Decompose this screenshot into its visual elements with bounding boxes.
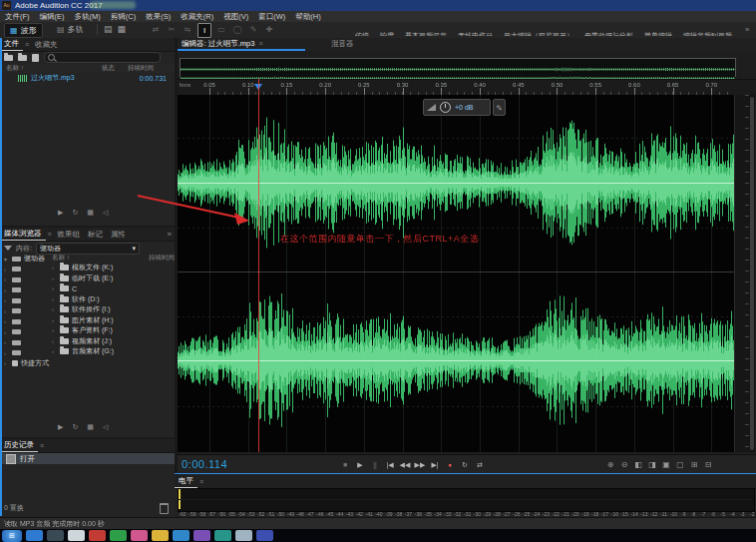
waveform-mode-button[interactable]: ▦ 波形 (4, 23, 43, 38)
volume-hud[interactable]: +0 dB (423, 99, 491, 116)
rewind-button[interactable]: ◀◀ (399, 458, 411, 471)
chevron-collapsed-icon[interactable]: › (4, 339, 9, 345)
tab-files[interactable]: 文件 (0, 38, 23, 51)
media-item-row[interactable]: › 客户资料 (F:) (52, 325, 175, 336)
column-name[interactable]: 名称 ↑ (52, 254, 70, 263)
workspace-tab[interactable]: 母带处理与分析 (584, 30, 633, 36)
start-button[interactable]: ⊞ (2, 530, 22, 542)
tree-drive-row[interactable]: › (4, 348, 50, 359)
workspace-tab[interactable]: 简单编辑 (644, 30, 672, 36)
chevron-collapsed-icon[interactable]: › (52, 317, 57, 323)
chevron-collapsed-icon[interactable]: › (4, 350, 9, 356)
move-tool-icon[interactable]: ⇄ (150, 23, 162, 36)
marquee-selection-tool-icon[interactable]: ▭ (215, 23, 227, 36)
tree-drive-row[interactable]: › (4, 265, 50, 275)
waveform-editor-canvas[interactable] (178, 95, 734, 452)
media-item-row[interactable]: › 临时下载 (E:) (52, 273, 175, 284)
media-item-row[interactable]: › C (52, 283, 175, 294)
menu-item[interactable]: 效果(S) (141, 11, 176, 22)
media-item-row[interactable]: › 软件操作 (I:) (52, 304, 175, 315)
menu-item[interactable]: 文件(F) (0, 11, 35, 22)
column-duration[interactable]: 持续时间 (128, 64, 154, 73)
title-bar[interactable]: Au Adobe Audition CC 2017 (0, 0, 756, 11)
pause-button[interactable]: || (369, 458, 381, 471)
time-display[interactable]: 0:00.114 (182, 458, 227, 470)
time-selection-tool-icon[interactable]: I (197, 23, 211, 38)
media-item-row[interactable]: › 图片素材 (H:) (52, 315, 175, 326)
new-file-icon[interactable] (32, 54, 39, 62)
lasso-selection-tool-icon[interactable]: ◯ (231, 23, 243, 36)
menu-item[interactable]: 多轨(M) (70, 11, 106, 22)
preview-volume-icon[interactable]: ◁ (103, 209, 108, 217)
chevron-collapsed-icon[interactable]: › (4, 276, 9, 282)
chevron-collapsed-icon[interactable]: › (52, 306, 57, 312)
tree-root-row[interactable]: ▾ 驱动器 (4, 254, 50, 265)
auto-play-icon[interactable]: ▶ (58, 209, 63, 217)
chevron-collapsed-icon[interactable]: › (52, 275, 57, 281)
fast-forward-button[interactable]: ▶▶ (414, 458, 426, 471)
auto-play-icon[interactable]: ▶ (58, 423, 63, 431)
filter-icon[interactable] (4, 246, 12, 251)
spectral-view-icon[interactable]: ▦ (118, 23, 127, 35)
menu-item[interactable]: 视图(V) (218, 11, 253, 22)
chevron-collapsed-icon[interactable]: › (4, 297, 9, 303)
tree-drive-row[interactable]: › (4, 285, 50, 296)
spot-healing-tool-icon[interactable]: ✚ (263, 23, 275, 36)
chevron-collapsed-icon[interactable]: › (4, 329, 9, 335)
skip-to-start-button[interactable]: |◀ (384, 458, 396, 471)
menu-item[interactable]: 帮助(H) (290, 11, 325, 22)
pencil-icon[interactable]: ✎ (493, 99, 506, 116)
tab-markers[interactable]: 标记 (84, 229, 107, 241)
tab-properties[interactable]: 属性 (107, 229, 130, 241)
vertical-scrollbar[interactable] (749, 95, 755, 452)
menu-item[interactable]: 剪辑(C) (106, 11, 141, 22)
search-input[interactable] (44, 52, 161, 63)
chevron-collapsed-icon[interactable]: › (52, 285, 57, 291)
taskbar-app-icon[interactable] (68, 530, 85, 541)
tab-effects-rack[interactable]: 效果组 (54, 229, 85, 241)
media-item-row[interactable]: › 视频素材 (J:) (52, 336, 175, 347)
trash-icon[interactable] (160, 503, 169, 514)
workspace-tab[interactable]: 基本视频混音 (405, 30, 447, 36)
paintbrush-tool-icon[interactable]: ✎ (247, 23, 259, 36)
zoom-to-selection-button[interactable]: ▣ (660, 458, 672, 471)
panel-overflow-icon[interactable]: » (165, 229, 175, 241)
zoom-navigator[interactable] (180, 58, 736, 77)
workspace-tab[interactable]: 最大编辑（双监视器） (504, 30, 573, 36)
workspace-overflow-icon[interactable]: » (745, 24, 749, 36)
taskbar-app-icon[interactable] (89, 530, 106, 541)
menu-item[interactable]: 窗口(W) (253, 11, 290, 22)
taskbar-app-icon[interactable] (152, 530, 169, 541)
preview-volume-icon[interactable]: ◁ (103, 423, 108, 431)
chevron-collapsed-icon[interactable]: › (4, 318, 9, 324)
tree-drive-row[interactable]: › (4, 327, 50, 338)
stop-button[interactable]: ■ (339, 458, 351, 471)
column-duration[interactable]: 持续时间 (149, 254, 175, 263)
tab-favorites[interactable]: 收藏夹 (31, 39, 62, 51)
zoom-to-in-point-button[interactable]: ◧ (632, 458, 644, 471)
media-item-row[interactable]: › 软件 (D:) (52, 294, 175, 305)
taskbar-app-icon[interactable] (173, 530, 189, 541)
zoom-in-time-button[interactable]: ⊕ (604, 458, 616, 471)
chevron-collapsed-icon[interactable]: › (52, 338, 57, 344)
chevron-expanded-icon[interactable]: ▾ (4, 256, 9, 263)
content-dropdown[interactable]: 驱动器 ▾ (36, 243, 140, 255)
panel-menu-icon[interactable]: ≡ (46, 229, 54, 241)
amplitude-ruler[interactable] (734, 95, 749, 452)
chevron-collapsed-icon[interactable]: › (52, 296, 57, 302)
waveform-view-icon[interactable]: ▤ (104, 23, 113, 35)
workspace-tab[interactable]: 响度 (380, 30, 394, 36)
tab-levels[interactable]: 电平 (175, 475, 197, 488)
playhead-line[interactable] (258, 79, 259, 452)
file-row[interactable]: 过火唱节.mp3 0:00.731 (0, 73, 175, 83)
panel-menu-icon[interactable]: ≡ (38, 440, 46, 452)
taskbar-app-icon[interactable] (235, 530, 252, 541)
tree-drive-row[interactable]: › (4, 316, 50, 327)
drop-zone-icon[interactable]: ▦ (87, 423, 94, 431)
zoom-reset-button[interactable]: ▢ (674, 458, 686, 471)
loop-playback-icon[interactable]: ↻ (72, 209, 78, 217)
tree-shortcut-row[interactable]: › 快捷方式 (4, 358, 50, 369)
level-meter[interactable] (178, 488, 755, 512)
skip-selection-button[interactable]: ⇄ (474, 458, 486, 471)
tab-mixer[interactable]: 混音器 (331, 38, 354, 50)
